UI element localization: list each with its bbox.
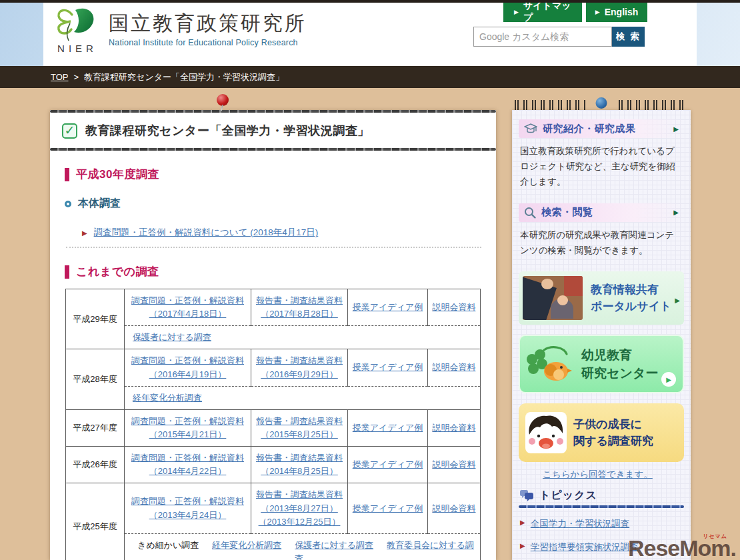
survey-cell: 授業アイディア例 [348,483,428,533]
survey-cell: 調査問題・正答例・解説資料（2014年4月22日） [125,447,251,483]
sitemap-button-label: サイトマップ [523,0,571,24]
survey-link[interactable]: 調査問題・正答例・解説資料（2014年4月22日） [131,453,244,476]
green-arrow-icon: ▶ [675,297,680,304]
sketch-line-blue [519,505,684,508]
ring-bullet-icon [65,201,71,207]
page-title-row: ✓ 教育課程研究センター「全国学力・学習状況調査」 [50,113,496,148]
site-subtitle: National Institute for Educational Polic… [109,38,307,47]
search-input[interactable] [473,27,612,47]
survey-cell: 調査問題・正答例・解説資料（2017年4月18日） [125,289,251,326]
survey-cell: 授業アイディア例 [348,289,428,326]
dotted-separator [66,247,481,248]
survey-link[interactable]: 授業アイディア例 [353,503,423,513]
sidebar-section-search[interactable]: 検索・閲覧 ▶ [519,203,684,222]
sidebar-section-research[interactable]: 研究紹介・研究成果 ▶ [519,119,684,138]
resemom-watermark: リセマム ReseMom. [628,535,736,560]
circle-arrow-icon: ▶ [661,372,676,387]
sidebar: 研究紹介・研究成果 ▶ 国立教育政策研究所で行われているプロジェクト研究など、主… [512,100,691,560]
survey-cell: 調査問題・正答例・解説資料（2016年4月19日） [125,349,251,386]
survey-cell: 説明会資料 [428,289,481,326]
sidebar-section-search-label: 検索・閲覧 [541,206,593,219]
education-portal-banner[interactable]: 教育情報共有 ポータルサイト ▶ [519,271,684,325]
chevron-right-icon: ▶ [673,209,679,216]
page-title: 教育課程研究センター「全国学力・学習状況調査」 [85,123,370,139]
section-heading-past: これまでの調査 [65,264,496,279]
topics-title: トピックス [539,489,597,503]
child-growth-survey-banner[interactable]: 子供の成長に 関する調査研究 [519,403,684,462]
survey-link[interactable]: 調査問題・正答例・解説資料（2013年4月24日） [131,496,244,519]
survey-year-cell: 平成29年度 [66,289,125,349]
survey-subrow-link[interactable]: 経年変化分析調査 [212,540,281,550]
survey-cell: 授業アイディア例 [348,447,428,483]
survey-subrow-link[interactable]: 保護者に対する調査 [295,540,373,550]
survey-link[interactable]: 調査問題・正答例・解説資料（2015年4月21日） [131,416,244,439]
breadcrumb-separator: > [74,72,79,82]
survey-link[interactable]: 授業アイディア例 [353,362,423,372]
red-arrow-icon: ▶ [520,519,525,526]
survey-link[interactable]: 説明会資料 [433,503,476,513]
topic-link[interactable]: 学習指導要領実施状況調査 [531,540,639,555]
survey-link[interactable]: 報告書・調査結果資料（2015年8月25日） [256,416,343,439]
survey-subrow-link[interactable]: 保護者に対する調査 [133,332,211,342]
section-heading-h30: 平成30年度調査 [65,167,496,182]
survey-subrow: きめ細かい調査経年変化分析調査保護者に対する調査教育委員会に対する調査 [125,533,481,560]
triangle-icon: ▶ [595,9,600,15]
header-background: NIER 国立教育政策研究所 National Institute for Ed… [43,3,697,66]
survey-link[interactable]: 報告書・調査結果資料（2013年8月27日）（2013年12月25日） [256,489,343,526]
survey-link[interactable]: 報告書・調査結果資料（2016年9月29日） [256,355,343,379]
survey-link[interactable]: 説明会資料 [433,459,476,469]
search-button[interactable]: 検 索 [612,27,645,47]
site-title: 国立教育政策研究所 [109,12,307,35]
blue-pin-icon [596,97,607,109]
survey-link[interactable]: 説明会資料 [433,423,476,433]
survey-link[interactable]: 説明会資料 [433,362,476,372]
boy-face-illustration [525,412,567,453]
main-content-card: ✓ 教育課程研究センター「全国学力・学習状況調査」 平成30年度調査 本体調査 … [50,110,496,560]
english-button[interactable]: ▶ English [586,2,647,22]
answer-link-row: こちらから回答できます。 [543,468,684,481]
red-arrow-icon: ▶ [82,229,87,237]
sketch-line-under-title [50,148,496,151]
kindergarten-center-banner[interactable]: 幼児教育 研究センター ▶ [519,335,684,393]
answer-here-link[interactable]: こちらから回答できます。 [543,469,653,479]
sidebar-section-search-desc: 本研究所の研究成果や教育関連コンテンツの検索・閲覧ができます。 [520,227,683,258]
h30-link-row: ▶ 調査問題・正答例・解説資料について (2018年4月17日) [82,227,496,247]
red-pushpin-icon [217,94,229,111]
survey-link[interactable]: 授業アイディア例 [353,423,423,433]
english-button-label: English [605,7,639,17]
sidebar-section-research-label: 研究紹介・研究成果 [543,123,636,135]
subsection-hontai: 本体調査 [65,197,496,211]
survey-year-cell: 平成28年度 [66,349,125,409]
survey-cell: 報告書・調査結果資料（2017年8月28日） [251,289,348,326]
classroom-photo [523,276,583,320]
chevron-right-icon: ▶ [673,125,679,133]
survey-cell: 報告書・調査結果資料（2015年8月25日） [251,409,348,446]
site-logo[interactable]: NIER 国立教育政策研究所 National Institute for Ed… [51,7,307,54]
surveys-table-body: 平成29年度調査問題・正答例・解説資料（2017年4月18日）報告書・調査結果資… [66,289,481,560]
survey-cell: 授業アイディア例 [348,409,428,446]
child-banner-label: 子供の成長に 関する調査研究 [573,416,653,450]
survey-link[interactable]: 授業アイディア例 [353,459,423,469]
survey-link[interactable]: 調査問題・正答例・解説資料（2017年4月18日） [131,295,244,319]
sitemap-button[interactable]: ▶ サイトマップ [503,2,582,22]
survey-year-cell: 平成26年度 [66,447,125,483]
survey-link[interactable]: 授業アイディア例 [353,302,423,312]
survey-link[interactable]: 報告書・調査結果資料（2017年8月28日） [256,295,343,319]
breadcrumb-home-link[interactable]: TOP [51,72,69,82]
breadcrumb-current: 教育課程研究センター「全国学力・学習状況調査」 [84,71,284,83]
nier-butterfly-logo-icon: NIER [51,7,99,54]
survey-link[interactable]: 説明会資料 [433,302,476,312]
topic-link[interactable]: 全国学力・学習状況調査 [531,517,630,531]
survey-cell: 報告書・調査結果資料（2013年8月27日）（2013年12月25日） [251,483,348,533]
survey-subrow-link[interactable]: 経年変化分析調査 [133,393,202,403]
h30-survey-link[interactable]: 調査問題・正答例・解説資料について (2018年4月17日) [94,227,319,239]
checkbox-icon: ✓ [62,123,77,139]
survey-year-cell: 平成27年度 [66,409,125,446]
topic-item: ▶全国学力・学習状況調査 [520,517,684,531]
survey-link[interactable]: 報告書・調査結果資料（2014年8月25日） [256,453,343,476]
top-edge-bar [0,0,740,3]
triangle-icon: ▶ [514,9,519,15]
survey-link[interactable]: 調査問題・正答例・解説資料（2016年4月19日） [131,355,244,379]
survey-cell: 説明会資料 [428,349,481,386]
red-arrow-icon: ▶ [520,542,525,549]
